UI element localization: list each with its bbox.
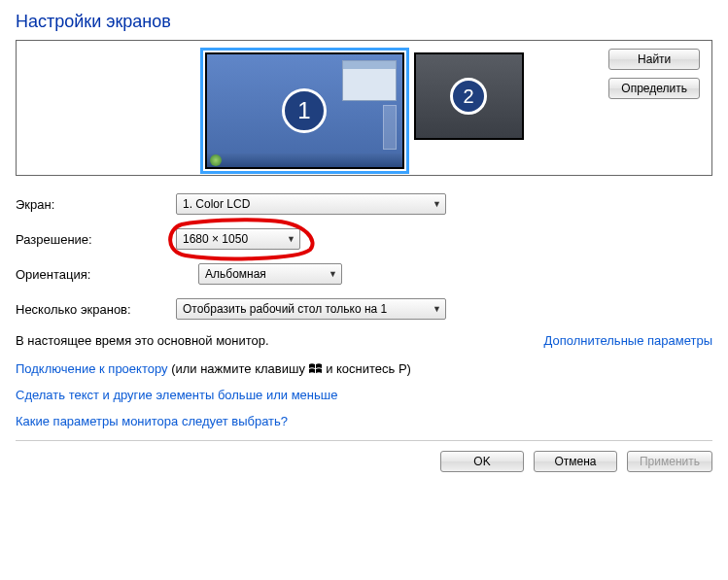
chevron-down-icon: ▼ — [329, 269, 337, 279]
apply-button[interactable]: Применить — [627, 451, 712, 472]
monitor-number-badge: 2 — [450, 78, 487, 115]
chevron-down-icon: ▼ — [433, 199, 441, 209]
monitor-2[interactable]: 2 — [414, 52, 524, 140]
projector-hint-post: и коснитесь P) — [323, 361, 411, 376]
find-button[interactable]: Найти — [608, 49, 700, 70]
multiple-displays-select[interactable]: Отобразить рабочий стол только на 1 ▼ — [176, 298, 446, 320]
dialog-footer: OK Отмена Применить — [16, 451, 712, 472]
windows-key-icon — [309, 363, 323, 375]
which-settings-link[interactable]: Какие параметры монитора следует выбрать… — [16, 414, 288, 428]
settings-form: Экран: 1. Color LCD ▼ Разрешение: 1680 ×… — [16, 193, 712, 320]
orientation-select[interactable]: Альбомная ▼ — [198, 263, 342, 285]
primary-monitor-text: В настоящее время это основной монитор. — [16, 333, 269, 348]
display-select[interactable]: 1. Color LCD ▼ — [176, 193, 446, 215]
cancel-button[interactable]: Отмена — [534, 451, 617, 472]
resolution-label: Разрешение: — [16, 232, 176, 247]
projector-link[interactable]: Подключение к проектору — [16, 361, 168, 376]
chevron-down-icon: ▼ — [287, 234, 295, 244]
page-title: Настройки экранов — [16, 12, 712, 32]
resolution-value: 1680 × 1050 — [183, 232, 248, 246]
divider — [16, 440, 712, 441]
monitor-1[interactable]: 1 — [205, 52, 404, 169]
mini-start-icon — [210, 154, 222, 166]
mini-taskbar-icon — [207, 154, 402, 167]
display-label: Экран: — [16, 197, 176, 212]
monitor-number-badge: 1 — [282, 88, 327, 133]
projector-hint-pre: (или нажмите клавишу — [168, 361, 309, 376]
text-size-link[interactable]: Сделать текст и другие элементы больше и… — [16, 388, 337, 402]
ok-button[interactable]: OK — [440, 451, 524, 472]
advanced-settings-link[interactable]: Дополнительные параметры — [543, 333, 712, 348]
monitors-area: 1 2 — [30, 52, 698, 169]
monitors-panel: 1 2 Найти Определить — [16, 40, 712, 176]
resolution-select[interactable]: 1680 × 1050 ▼ — [176, 228, 300, 250]
mini-window-icon — [342, 60, 397, 101]
multiple-displays-label: Несколько экранов: — [16, 302, 176, 317]
display-value: 1. Color LCD — [183, 197, 250, 211]
orientation-value: Альбомная — [205, 267, 266, 281]
mini-sidebar-icon — [383, 105, 397, 150]
identify-button[interactable]: Определить — [608, 78, 700, 99]
chevron-down-icon: ▼ — [433, 304, 441, 314]
orientation-label: Ориентация: — [16, 267, 176, 282]
multiple-displays-value: Отобразить рабочий стол только на 1 — [183, 302, 387, 316]
